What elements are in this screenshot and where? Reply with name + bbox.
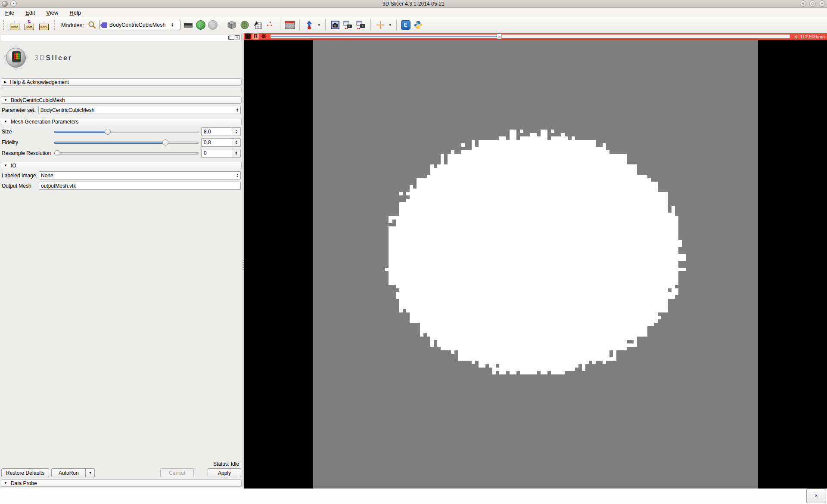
error-log-button[interactable]: × xyxy=(806,489,826,503)
section-bodycentriccubicmesh[interactable]: ▼ BodyCentricCubicMesh xyxy=(1,96,242,104)
menu-file[interactable]: File xyxy=(5,9,14,16)
labeled-image-spinner[interactable]: ▲▼ xyxy=(234,172,239,179)
scene-view-camera-icon xyxy=(343,20,353,30)
autorun-button[interactable]: AutoRun xyxy=(51,468,86,477)
output-mesh-input[interactable]: outputMesh.vtk xyxy=(39,182,241,190)
module-selector-spinner[interactable]: ▲▼ xyxy=(169,21,174,29)
status-text: Status: Idle xyxy=(1,461,242,467)
slice-offset-label: S: 112.500mm xyxy=(793,34,826,39)
fidelity-label: Fidelity xyxy=(2,139,52,145)
close-button[interactable]: × xyxy=(819,0,825,7)
dicom-button[interactable]: ⇅ DCM xyxy=(23,19,35,31)
toolbar-grip[interactable] xyxy=(3,20,5,30)
place-fiducial-icon xyxy=(306,20,312,30)
menu-edit[interactable]: Edit xyxy=(25,9,35,16)
parameter-set-combobox[interactable]: BodyCentricCubicMesh ▲▼ xyxy=(38,106,241,114)
expanded-triangle-icon: ▼ xyxy=(4,120,7,124)
screenshot-button[interactable] xyxy=(330,20,340,30)
fidelity-spin-arrows[interactable]: ▲▼ xyxy=(232,138,241,147)
collapsed-triangle-icon: ▶ xyxy=(4,80,6,84)
section-help-acknowledgement[interactable]: ▶ Help & Acknowledgement xyxy=(1,78,242,86)
restore-defaults-button[interactable]: Restore Defaults xyxy=(1,468,49,477)
red-slice-view: — R S: 112.500mm xyxy=(244,33,827,488)
menu-help[interactable]: Help xyxy=(69,9,81,16)
window-menu-button[interactable]: • xyxy=(10,0,17,7)
slice-collapse-button[interactable]: — xyxy=(245,34,251,39)
output-mesh-label: Output Mesh xyxy=(2,183,36,189)
python-icon xyxy=(414,20,423,30)
mouse-mode-button[interactable] xyxy=(304,20,314,30)
size-slider-handle[interactable] xyxy=(105,129,111,135)
toolbar-grip[interactable] xyxy=(54,20,56,30)
labeled-image-combobox[interactable]: None ▲▼ xyxy=(39,171,241,179)
section-data-probe[interactable]: ▼ Data Probe xyxy=(1,479,242,487)
back-arrow-icon: ← xyxy=(198,22,203,28)
models-module-button[interactable] xyxy=(239,20,250,30)
modules-history-button[interactable] xyxy=(183,20,193,30)
module-back-button[interactable]: ← xyxy=(196,20,205,30)
extension-manager-button[interactable]: E xyxy=(401,20,410,30)
fidelity-spinbox[interactable]: 0.8 ▲▼ xyxy=(201,138,241,147)
section-mesh-generation-parameters[interactable]: ▼ Mesh Generation Parameters xyxy=(1,118,242,125)
resample-slider-handle[interactable] xyxy=(54,150,60,156)
module-search-button[interactable] xyxy=(87,20,97,30)
scene-view-restore-button[interactable] xyxy=(356,20,366,30)
slice-offset-slider-handle[interactable] xyxy=(497,34,502,39)
minimize-button[interactable]: ∨ xyxy=(800,0,806,7)
toolbar-separator xyxy=(370,19,371,31)
cube-icon xyxy=(227,20,236,30)
parameter-set-spinner[interactable]: ▲▼ xyxy=(234,106,239,114)
toolbar-separator xyxy=(325,19,326,31)
size-spinbox[interactable]: 8.0 ▲▼ xyxy=(201,127,241,136)
resample-spinbox[interactable]: 0 ▲▼ xyxy=(201,149,241,158)
scene-view-capture-button[interactable] xyxy=(343,20,353,30)
transforms-module-button[interactable]: * ** xyxy=(265,20,276,30)
cancel-button[interactable]: Cancel xyxy=(160,468,194,477)
size-label: Size xyxy=(2,129,52,135)
toolbar-separator xyxy=(280,19,280,31)
python-console-button[interactable] xyxy=(413,20,423,30)
volume-module-button[interactable] xyxy=(227,20,237,30)
pushpin-icon xyxy=(261,33,267,40)
close-panel-icon[interactable]: × xyxy=(235,35,239,40)
up-arrow-icon: ↑ xyxy=(14,20,16,24)
mesh-edit-button[interactable] xyxy=(252,20,263,30)
down-arrow-icon: ↓ xyxy=(43,20,45,24)
slice-image-canvas[interactable] xyxy=(244,40,827,489)
autorun-dropdown-button[interactable]: ▼ xyxy=(86,468,95,477)
layout-icon xyxy=(285,21,295,29)
green-sphere-icon xyxy=(240,20,249,30)
help-section-frame xyxy=(1,87,242,92)
expanded-triangle-icon: ▼ xyxy=(4,164,7,167)
slice-offset-slider[interactable] xyxy=(270,34,790,39)
crosshair-dropdown-arrow[interactable]: ▼ xyxy=(389,23,392,27)
fidelity-slider-handle[interactable] xyxy=(162,139,168,145)
layout-selector-button[interactable] xyxy=(285,20,295,30)
module-forward-button[interactable]: → xyxy=(208,20,218,30)
maximize-button[interactable]: ◇ xyxy=(809,0,816,7)
size-spin-arrows[interactable]: ▲▼ xyxy=(232,127,241,136)
screenshot-camera-icon xyxy=(330,20,340,30)
expanded-triangle-icon: ▼ xyxy=(4,98,7,102)
resample-resolution-slider[interactable] xyxy=(54,150,199,157)
labeled-image-label: Labeled Image xyxy=(2,173,36,179)
undock-panel-icon[interactable] xyxy=(228,36,232,40)
crosshair-button[interactable] xyxy=(375,20,386,30)
title-bar: 3D Slicer 4.3.1-2014-05-21 • ∨ ◇ × xyxy=(0,0,827,8)
apply-button[interactable]: Apply xyxy=(208,468,241,477)
history-icon xyxy=(184,23,193,28)
section-io[interactable]: ▼ IO xyxy=(1,162,242,169)
menu-view[interactable]: View xyxy=(46,9,58,16)
module-panel-header: × xyxy=(1,34,242,41)
save-button[interactable]: ↓ SAVE xyxy=(38,19,50,31)
fidelity-slider[interactable] xyxy=(54,139,199,146)
mouse-mode-dropdown-arrow[interactable]: ▼ xyxy=(317,23,321,27)
size-slider[interactable] xyxy=(54,128,199,135)
up-down-arrows-icon: ⇅ xyxy=(28,20,31,24)
module-selector[interactable]: BodyCentricCubicMesh ▲▼ xyxy=(99,20,180,30)
load-data-button[interactable]: ↑ DATA xyxy=(9,19,21,31)
slice-viewport[interactable] xyxy=(244,40,827,489)
slicer-logo-text: 3DSlicer xyxy=(34,54,72,62)
slice-pin-button[interactable] xyxy=(261,33,267,40)
resample-spin-arrows[interactable]: ▲▼ xyxy=(232,149,241,158)
